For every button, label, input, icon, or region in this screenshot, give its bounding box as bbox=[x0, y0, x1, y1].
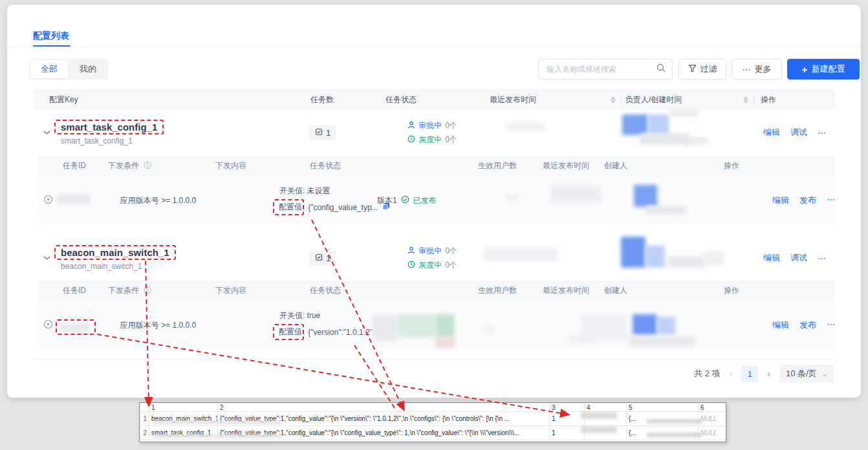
config-label: 配置值: bbox=[279, 202, 304, 213]
status-gray-label: 灰度中 bbox=[418, 260, 442, 271]
sub-edit-link[interactable]: 编辑 bbox=[772, 319, 789, 331]
clipboard-check-icon bbox=[315, 128, 323, 138]
task-condition: 应用版本号 >= 1.0.0.0 bbox=[102, 195, 207, 206]
db-col-5: 5 bbox=[627, 403, 699, 412]
sub-publish-link[interactable]: 发布 bbox=[799, 319, 816, 331]
more-button[interactable]: ⋯ 更多 bbox=[732, 59, 782, 80]
config-value-annotated: 配置值: {"config_value_typ... bbox=[273, 199, 304, 215]
config-key-link[interactable]: smart_task_config_1 bbox=[54, 120, 164, 134]
db-row: 1 beacon_main_switch_1 {"config_value_ty… bbox=[140, 412, 727, 426]
db-cell: 1 bbox=[550, 412, 585, 426]
chevron-down-icon: ⌄ bbox=[822, 370, 827, 378]
database-result-snippet: 1 2 3 4 5 6 1 beacon_main_switch_1 {"con… bbox=[139, 402, 726, 442]
info-icon[interactable]: ⓘ bbox=[144, 161, 151, 170]
sub-more-icon[interactable]: ⋯ bbox=[827, 319, 835, 331]
clock-icon bbox=[407, 135, 415, 145]
status-gray-count: 0个 bbox=[445, 134, 457, 145]
db-col-4: 4 bbox=[585, 403, 627, 412]
column-sub-publish: 最近发布时间 bbox=[543, 285, 604, 296]
tab-all[interactable]: 全部 bbox=[30, 60, 68, 78]
funnel-icon bbox=[688, 64, 697, 74]
filter-button[interactable]: 过滤 bbox=[678, 59, 726, 80]
pagination-divider bbox=[33, 359, 835, 359]
expand-circle-icon[interactable] bbox=[43, 322, 53, 331]
chevron-down-icon[interactable] bbox=[43, 129, 50, 136]
tab-mine[interactable]: 我的 bbox=[69, 60, 107, 78]
status-gray-label: 灰度中 bbox=[418, 134, 442, 145]
status-gray-count: 0个 bbox=[445, 260, 457, 271]
column-condition: 下发条件 ⓘ bbox=[103, 160, 209, 171]
config-key-subtitle: smart_task_config_1 bbox=[54, 136, 133, 145]
config-key-link[interactable]: beacon_main_switch_1 bbox=[54, 245, 176, 260]
create-config-button[interactable]: + 新建配置 bbox=[787, 59, 860, 80]
prev-page-icon[interactable]: ‹ bbox=[730, 369, 733, 379]
owner-redacted bbox=[622, 235, 754, 281]
owner-redacted bbox=[622, 110, 754, 155]
sort-icon[interactable] bbox=[743, 96, 748, 103]
create-label: 新建配置 bbox=[811, 63, 845, 75]
db-header-row: 1 2 3 4 5 6 bbox=[140, 403, 727, 412]
ellipsis-icon: ⋯ bbox=[743, 65, 751, 74]
db-col-3: 3 bbox=[550, 403, 585, 412]
db-row: 2 smart_task_config_1 {"config_value_typ… bbox=[140, 426, 727, 440]
search-input[interactable] bbox=[545, 64, 656, 74]
sub-publish-link[interactable]: 发布 bbox=[799, 195, 816, 206]
status-approving-count: 0个 bbox=[445, 120, 457, 131]
column-sub-status: 任务状态 bbox=[306, 285, 478, 296]
header-divider bbox=[7, 47, 861, 47]
search-icon[interactable] bbox=[656, 63, 666, 75]
row-more-icon[interactable]: ⋯ bbox=[818, 128, 826, 138]
info-icon[interactable]: ⓘ bbox=[144, 286, 151, 295]
switch-label: 开关值: bbox=[279, 311, 305, 320]
db-config-json: {"config_value_type":1,"config_value":"{… bbox=[218, 412, 550, 426]
edit-link[interactable]: 编辑 bbox=[763, 252, 780, 264]
check-circle-icon bbox=[401, 195, 409, 206]
chevron-down-icon[interactable] bbox=[43, 255, 50, 261]
column-content: 下发内容 bbox=[209, 160, 306, 171]
page-size-select[interactable]: 10 条/页 ⌄ bbox=[779, 365, 834, 383]
db-col-2: 2 bbox=[218, 403, 550, 412]
debug-link[interactable]: 调试 bbox=[790, 127, 807, 138]
screenshot-stage: 配置列表 全部 我的 过滤 ⋯ 更多 + 新建配置 bbox=[0, 0, 868, 450]
db-col-6: 6 bbox=[699, 403, 727, 412]
version-label: 版本1 bbox=[377, 195, 397, 206]
column-task-id: 任务ID bbox=[56, 285, 103, 296]
column-task-status: 任务状态 bbox=[379, 89, 486, 110]
task-condition: 应用版本号 >= 1.0.0.0 bbox=[102, 320, 207, 331]
next-page-icon[interactable]: › bbox=[767, 369, 770, 379]
row-more-icon[interactable]: ⋯ bbox=[818, 253, 826, 263]
expanded-task-panel: 任务ID 下发条件 ⓘ 下发内容 任务状态 生效用户数 最近发布时间 创建人 操… bbox=[38, 156, 835, 226]
plus-icon: + bbox=[802, 64, 808, 75]
task-count-badge: 1 bbox=[309, 251, 336, 266]
db-config-key: beacon_main_switch_1 bbox=[149, 412, 218, 426]
page-number[interactable]: 1 bbox=[741, 365, 758, 382]
config-value: {"version":"1.0.1.2"... bbox=[308, 328, 379, 337]
sort-icon[interactable] bbox=[611, 96, 616, 103]
debug-link[interactable]: 调试 bbox=[790, 252, 807, 264]
copy-icon[interactable] bbox=[383, 327, 391, 337]
person-icon bbox=[407, 246, 415, 256]
sub-table-header: 任务ID 下发条件 ⓘ 下发内容 任务状态 生效用户数 最近发布时间 创建人 操… bbox=[38, 281, 835, 300]
sub-more-icon[interactable]: ⋯ bbox=[827, 195, 835, 206]
db-cell: {... bbox=[627, 426, 699, 440]
expand-circle-icon[interactable] bbox=[43, 197, 53, 206]
sub-table-header: 任务ID 下发条件 ⓘ 下发内容 任务状态 生效用户数 最近发布时间 创建人 操… bbox=[38, 156, 835, 175]
db-row-number: 2 bbox=[140, 426, 149, 440]
column-sub-status: 任务状态 bbox=[306, 160, 478, 171]
switch-value: true bbox=[307, 311, 321, 320]
person-icon bbox=[407, 121, 415, 131]
db-cell-redacted bbox=[585, 412, 627, 426]
column-task-id: 任务ID bbox=[56, 160, 103, 171]
status-approving-count: 0个 bbox=[445, 246, 457, 257]
db-null-cell: NULL bbox=[699, 426, 727, 440]
column-content: 下发内容 bbox=[209, 285, 306, 296]
column-users: 生效用户数 bbox=[478, 285, 543, 296]
column-owner: 负责人/创建时间 bbox=[622, 89, 754, 110]
column-task-count: 任务数 bbox=[301, 89, 379, 110]
column-sub-actions: 操作 bbox=[711, 285, 835, 296]
page-title[interactable]: 配置列表 bbox=[33, 30, 69, 42]
search-box[interactable] bbox=[538, 59, 673, 80]
edit-link[interactable]: 编辑 bbox=[763, 127, 780, 138]
db-cell-redacted bbox=[585, 426, 627, 440]
sub-edit-link[interactable]: 编辑 bbox=[772, 195, 789, 206]
